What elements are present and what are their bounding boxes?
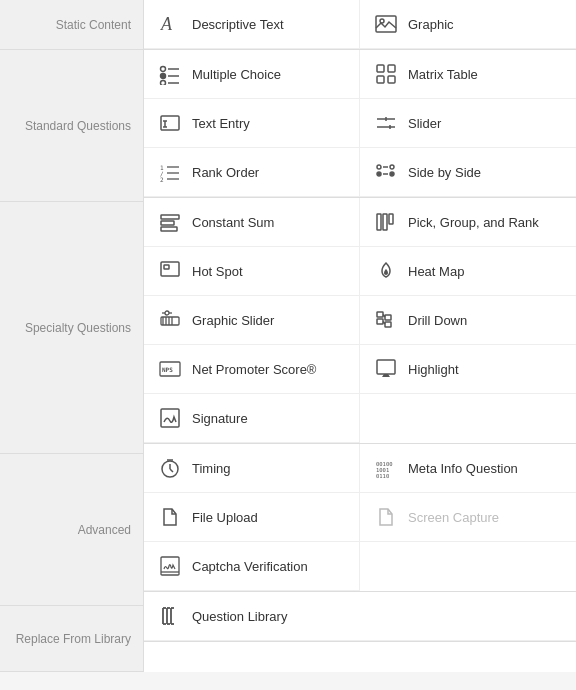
item-file-upload[interactable]: File Upload: [144, 493, 360, 542]
item-constant-sum[interactable]: Constant Sum: [144, 198, 360, 247]
drill-down-label: Drill Down: [408, 313, 467, 328]
item-captcha[interactable]: Captcha Verification: [144, 542, 360, 591]
heat-map-label: Heat Map: [408, 264, 464, 279]
svg-point-30: [377, 172, 381, 176]
descriptive-text-icon: A: [158, 12, 182, 36]
meta-info-label: Meta Info Question: [408, 461, 518, 476]
sidebar-section-specialty: Specialty Questions: [0, 202, 143, 454]
svg-rect-57: [377, 360, 395, 374]
side-by-side-label: Side by Side: [408, 165, 481, 180]
svg-text:A: A: [160, 14, 173, 34]
svg-point-27: [377, 165, 381, 169]
file-upload-icon: [158, 505, 182, 529]
question-library-label: Question Library: [192, 609, 287, 624]
signature-icon: [158, 406, 182, 430]
svg-point-5: [161, 74, 166, 79]
sidebar: Static Content Standard Questions Specia…: [0, 0, 144, 672]
graphic-label: Graphic: [408, 17, 454, 32]
svg-point-32: [390, 172, 394, 176]
captcha-icon: [158, 554, 182, 578]
svg-rect-12: [388, 76, 395, 83]
nps-icon: NPS: [158, 357, 182, 381]
section-standard: Multiple Choice Matrix Table: [144, 50, 576, 198]
svg-rect-49: [377, 312, 383, 317]
item-multiple-choice[interactable]: Multiple Choice: [144, 50, 360, 99]
sidebar-label-specialty: Specialty Questions: [25, 321, 131, 335]
svg-rect-37: [383, 214, 387, 230]
multiple-choice-label: Multiple Choice: [192, 67, 281, 82]
pick-group-rank-icon: [374, 210, 398, 234]
graphic-slider-label: Graphic Slider: [192, 313, 274, 328]
hot-spot-icon: [158, 259, 182, 283]
heat-map-icon: [374, 259, 398, 283]
text-entry-icon: [158, 111, 182, 135]
svg-rect-35: [161, 227, 177, 231]
section-replace: Question Library: [144, 592, 576, 642]
item-descriptive-text[interactable]: A Descriptive Text: [144, 0, 360, 49]
item-drill-down[interactable]: Drill Down: [360, 296, 576, 345]
svg-rect-36: [377, 214, 381, 230]
item-graphic[interactable]: Graphic: [360, 0, 576, 49]
graphic-slider-icon: [158, 308, 182, 332]
hot-spot-label: Hot Spot: [192, 264, 243, 279]
item-heat-map[interactable]: Heat Map: [360, 247, 576, 296]
svg-rect-9: [377, 65, 384, 72]
item-hot-spot[interactable]: Hot Spot: [144, 247, 360, 296]
sidebar-label-static: Static Content: [56, 18, 131, 32]
descriptive-text-label: Descriptive Text: [192, 17, 284, 32]
file-upload-label: File Upload: [192, 510, 258, 525]
svg-rect-58: [161, 409, 179, 427]
svg-rect-38: [389, 214, 393, 224]
constant-sum-label: Constant Sum: [192, 215, 274, 230]
svg-rect-33: [161, 215, 179, 219]
svg-rect-13: [161, 116, 179, 130]
drill-down-icon: [374, 308, 398, 332]
timing-icon: [158, 456, 182, 480]
highlight-icon: [374, 357, 398, 381]
svg-text:0110: 0110: [376, 473, 389, 479]
sidebar-section-advanced: Advanced: [0, 454, 143, 606]
svg-rect-11: [377, 76, 384, 83]
pick-group-rank-label: Pick, Group, and Rank: [408, 215, 539, 230]
text-entry-label: Text Entry: [192, 116, 250, 131]
sidebar-section-static: Static Content: [0, 0, 143, 50]
item-net-promoter[interactable]: NPS Net Promoter Score®: [144, 345, 360, 394]
item-matrix-table[interactable]: Matrix Table: [360, 50, 576, 99]
sidebar-label-standard: Standard Questions: [25, 119, 131, 133]
svg-point-46: [165, 311, 169, 315]
library-icon: [158, 604, 182, 628]
item-slider[interactable]: Slider: [360, 99, 576, 148]
section-static: A Descriptive Text Graphic: [144, 0, 576, 50]
matrix-table-label: Matrix Table: [408, 67, 478, 82]
side-by-side-icon: [374, 160, 398, 184]
svg-rect-52: [385, 322, 391, 327]
svg-rect-10: [388, 65, 395, 72]
svg-text:2: 2: [160, 176, 164, 183]
item-highlight[interactable]: Highlight: [360, 345, 576, 394]
matrix-table-icon: [374, 62, 398, 86]
item-signature[interactable]: Signature: [144, 394, 360, 443]
main-container: Static Content Standard Questions Specia…: [0, 0, 576, 672]
constant-sum-icon: [158, 210, 182, 234]
svg-rect-51: [385, 315, 391, 320]
svg-point-29: [390, 165, 394, 169]
graphic-icon: [374, 12, 398, 36]
svg-point-7: [161, 81, 166, 86]
svg-line-61: [170, 469, 173, 472]
content-area: A Descriptive Text Graphic: [144, 0, 576, 672]
item-graphic-slider[interactable]: Graphic Slider: [144, 296, 360, 345]
item-pick-group-rank[interactable]: Pick, Group, and Rank: [360, 198, 576, 247]
item-question-library[interactable]: Question Library: [144, 592, 576, 641]
svg-rect-50: [377, 319, 383, 324]
timing-label: Timing: [192, 461, 231, 476]
rank-order-icon: 1 / 2: [158, 160, 182, 184]
item-meta-info[interactable]: 00100 1001 0110 Meta Info Question: [360, 444, 576, 493]
screen-capture-icon: [374, 505, 398, 529]
sidebar-section-standard: Standard Questions: [0, 50, 143, 202]
item-text-entry[interactable]: Text Entry: [144, 99, 360, 148]
item-timing[interactable]: Timing: [144, 444, 360, 493]
item-rank-order[interactable]: 1 / 2 Rank Order: [144, 148, 360, 197]
net-promoter-label: Net Promoter Score®: [192, 362, 316, 377]
item-side-by-side[interactable]: Side by Side: [360, 148, 576, 197]
sidebar-label-replace: Replace From Library: [16, 632, 131, 646]
